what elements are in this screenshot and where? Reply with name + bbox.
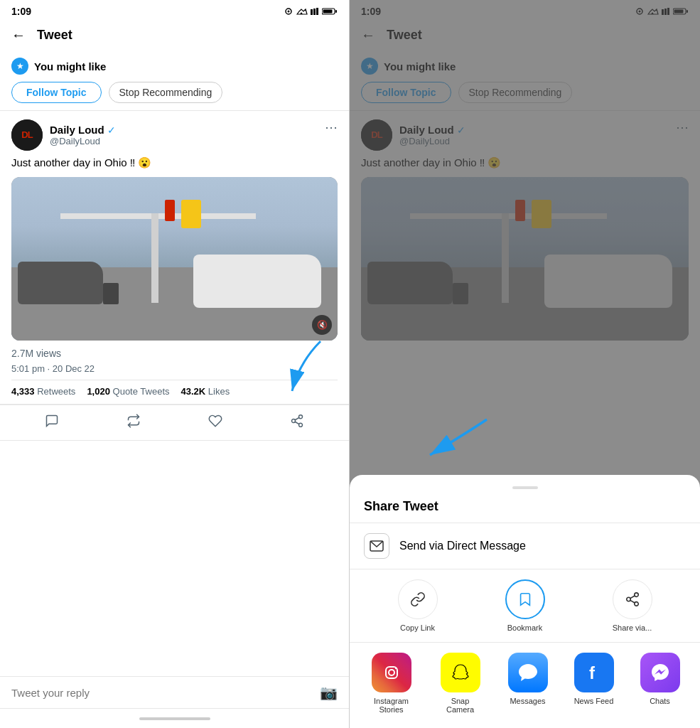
might-like-left: ★ You might like Follow Topic Stop Recom…	[0, 50, 349, 111]
mute-icon-left[interactable]: 🔇	[312, 315, 332, 335]
chats-label: Chats	[650, 697, 670, 705]
more-options-left[interactable]: ⋯	[325, 119, 338, 135]
tweet-text-left: Just another day in Ohio ‼️ 😮	[11, 155, 338, 170]
reply-input-row-left: 📷	[0, 676, 349, 708]
copy-link-icon	[398, 579, 438, 619]
share-handle	[512, 486, 538, 489]
tweet-media-left: 🔇	[11, 177, 338, 341]
dm-icon	[364, 533, 389, 559]
svg-rect-8	[335, 10, 337, 13]
likes-left: 43.2K Likes	[181, 386, 230, 397]
chats-app[interactable]: Chats	[640, 653, 680, 714]
svg-point-12	[298, 415, 302, 419]
status-bar-left: 1:09	[0, 0, 349, 20]
tweet-datetime-left: 5:01 pm · 20 Dec 22	[11, 363, 338, 380]
svg-text:DL: DL	[21, 129, 33, 140]
messages-app[interactable]: Messages	[508, 653, 548, 714]
reply-icon-left[interactable]	[45, 414, 59, 432]
quote-tweets-left: 1,020 Quote Tweets	[87, 386, 169, 397]
time-left: 1:09	[11, 6, 31, 17]
svg-rect-9	[323, 10, 333, 14]
user-display-name-left: Daily Loud	[50, 124, 104, 136]
svg-point-13	[291, 419, 295, 423]
facebook-icon: f	[574, 653, 614, 692]
share-icon-left[interactable]	[290, 414, 304, 432]
tweet-stats-left: 2.7M views 5:01 pm · 20 Dec 22 4,333 Ret…	[0, 341, 349, 405]
svg-line-15	[295, 422, 299, 424]
snapchat-label: Snap Camera	[439, 697, 482, 714]
snapchat-icon	[441, 653, 480, 692]
svg-point-32	[634, 593, 638, 597]
follow-topic-button-left[interactable]: Follow Topic	[11, 82, 102, 103]
might-like-label-left: You might like	[34, 60, 106, 73]
share-title: Share Tweet	[350, 499, 700, 523]
svg-point-39	[394, 668, 396, 669]
share-via-item[interactable]: Share via...	[613, 579, 652, 632]
messenger-icon	[640, 653, 680, 692]
svg-line-35	[630, 600, 634, 603]
svg-point-38	[389, 670, 394, 675]
messages-icon	[508, 653, 548, 692]
instagram-stories-app[interactable]: Instagram Stories	[370, 653, 413, 714]
svg-rect-5	[313, 9, 316, 15]
messages-label: Messages	[510, 697, 545, 705]
left-panel: 1:09 ← Tweet ★ You might like Follow Top…	[0, 0, 350, 728]
send-dm-option[interactable]: Send via Direct Message	[350, 523, 700, 569]
svg-text:f: f	[589, 663, 596, 682]
views-count-left: 2.7M views	[11, 348, 338, 359]
share-via-label: Share via...	[613, 623, 652, 632]
snapchat-app[interactable]: Snap Camera	[439, 653, 482, 714]
bookmark-label: Bookmark	[507, 623, 543, 632]
share-icons-row: Copy Link Bookmark Share via...	[350, 569, 700, 643]
stop-recommending-button-left[interactable]: Stop Recommending	[109, 82, 223, 103]
svg-point-14	[298, 423, 302, 427]
newsfeed-label: News Feed	[574, 697, 614, 705]
tweet-header-left: ← Tweet	[0, 20, 349, 50]
verified-badge-left: ✓	[107, 124, 116, 136]
svg-line-36	[630, 596, 634, 599]
svg-marker-3	[300, 12, 303, 14]
apps-row: Instagram Stories Snap Camera Messages	[350, 643, 700, 728]
page-title-left: Tweet	[37, 28, 72, 43]
share-sheet: Share Tweet Send via Direct Message Copy…	[350, 475, 700, 728]
svg-line-16	[295, 417, 299, 419]
share-via-icon	[613, 579, 652, 619]
svg-rect-4	[311, 9, 313, 15]
right-panel: 1:09 ← Tweet ★ You might like	[350, 0, 700, 728]
reply-input-left[interactable]	[11, 687, 313, 699]
instagram-icon	[372, 653, 411, 692]
bookmark-item[interactable]: Bookmark	[505, 579, 545, 632]
avatar-left: DL	[11, 119, 43, 151]
retweet-icon-left[interactable]	[126, 414, 141, 432]
retweets-left: 4,333 Retweets	[11, 386, 75, 397]
back-button-left[interactable]: ←	[11, 27, 26, 43]
instagram-label: Instagram Stories	[370, 697, 413, 714]
camera-icon-left[interactable]: 📷	[320, 684, 338, 701]
newsfeed-app[interactable]: f News Feed	[574, 653, 614, 714]
svg-point-34	[634, 602, 638, 606]
action-bar-left	[0, 405, 349, 441]
dm-label: Send via Direct Message	[399, 540, 526, 552]
user-handle-left: @DailyLoud	[50, 136, 116, 146]
copy-link-label: Copy Link	[400, 623, 435, 632]
svg-point-33	[626, 597, 630, 601]
status-icons-left	[284, 8, 338, 15]
bookmark-icon	[505, 579, 545, 619]
svg-rect-6	[316, 8, 318, 15]
might-like-icon-left: ★	[11, 58, 28, 75]
copy-link-item[interactable]: Copy Link	[398, 579, 438, 632]
svg-point-1	[288, 11, 290, 13]
like-icon-left[interactable]	[208, 414, 222, 432]
tweet-body-left: DL Daily Loud ✓ @DailyLoud ⋯ Just anothe…	[0, 111, 349, 341]
